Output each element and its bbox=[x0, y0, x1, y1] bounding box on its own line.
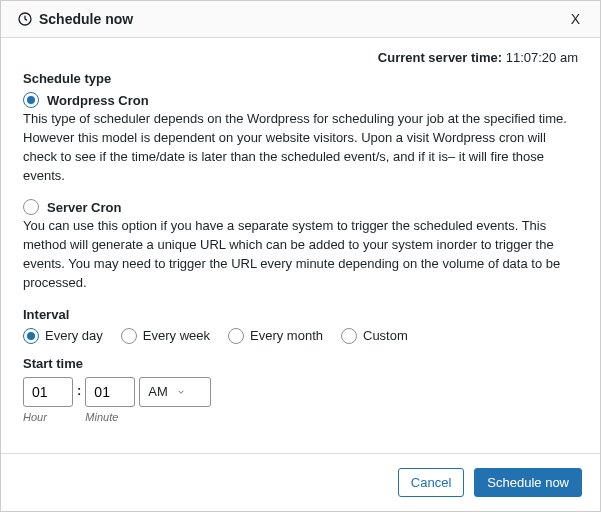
radio-wordpress-cron[interactable] bbox=[23, 92, 39, 108]
radio-every-month[interactable] bbox=[228, 328, 244, 344]
radio-every-day[interactable] bbox=[23, 328, 39, 344]
radio-custom[interactable] bbox=[341, 328, 357, 344]
radio-every-week[interactable] bbox=[121, 328, 137, 344]
interval-option-every-day[interactable]: Every day bbox=[23, 328, 103, 344]
time-colon: : bbox=[77, 383, 81, 398]
interval-label-every-day[interactable]: Every day bbox=[45, 328, 103, 343]
period-hint bbox=[139, 411, 142, 423]
period-select[interactable]: AM bbox=[139, 377, 211, 407]
radio-label-server-cron[interactable]: Server Cron bbox=[47, 200, 121, 215]
modal-footer: Cancel Schedule now bbox=[1, 453, 600, 511]
hour-col: Hour bbox=[23, 377, 73, 423]
schedule-type-option-wordpress[interactable]: Wordpress Cron bbox=[23, 92, 578, 108]
minute-hint: Minute bbox=[85, 411, 118, 423]
close-button[interactable]: X bbox=[567, 11, 584, 27]
schedule-type-option-server[interactable]: Server Cron bbox=[23, 199, 578, 215]
radio-label-wordpress-cron[interactable]: Wordpress Cron bbox=[47, 93, 149, 108]
interval-options: Every day Every week Every month Custom bbox=[23, 328, 578, 344]
interval-label-custom[interactable]: Custom bbox=[363, 328, 408, 343]
radio-server-cron[interactable] bbox=[23, 199, 39, 215]
interval-label-every-week[interactable]: Every week bbox=[143, 328, 210, 343]
period-value: AM bbox=[148, 384, 168, 399]
period-col: AM bbox=[139, 377, 211, 423]
modal-title: Schedule now bbox=[17, 11, 567, 27]
cancel-button[interactable]: Cancel bbox=[398, 468, 464, 497]
chevron-down-icon bbox=[176, 387, 186, 397]
clock-icon bbox=[17, 11, 33, 27]
start-time-row: Hour : Minute AM bbox=[23, 377, 578, 423]
modal-title-text: Schedule now bbox=[39, 11, 133, 27]
schedule-now-button[interactable]: Schedule now bbox=[474, 468, 582, 497]
server-time-value: 11:07:20 am bbox=[506, 50, 578, 65]
interval-option-every-week[interactable]: Every week bbox=[121, 328, 210, 344]
hour-input[interactable] bbox=[23, 377, 73, 407]
minute-col: Minute bbox=[85, 377, 135, 423]
desc-server-cron: You can use this option if you have a se… bbox=[23, 217, 578, 292]
schedule-type-label: Schedule type bbox=[23, 71, 578, 86]
hour-hint: Hour bbox=[23, 411, 47, 423]
start-time-label: Start time bbox=[23, 356, 578, 371]
server-time-label: Current server time: bbox=[378, 50, 502, 65]
interval-label: Interval bbox=[23, 307, 578, 322]
modal-header: Schedule now X bbox=[1, 1, 600, 38]
interval-label-every-month[interactable]: Every month bbox=[250, 328, 323, 343]
modal-content: Current server time: 11:07:20 am Schedul… bbox=[1, 38, 600, 453]
interval-option-every-month[interactable]: Every month bbox=[228, 328, 323, 344]
minute-input[interactable] bbox=[85, 377, 135, 407]
desc-wordpress-cron: This type of scheduler depends on the Wo… bbox=[23, 110, 578, 185]
interval-option-custom[interactable]: Custom bbox=[341, 328, 408, 344]
server-time: Current server time: 11:07:20 am bbox=[23, 50, 578, 65]
